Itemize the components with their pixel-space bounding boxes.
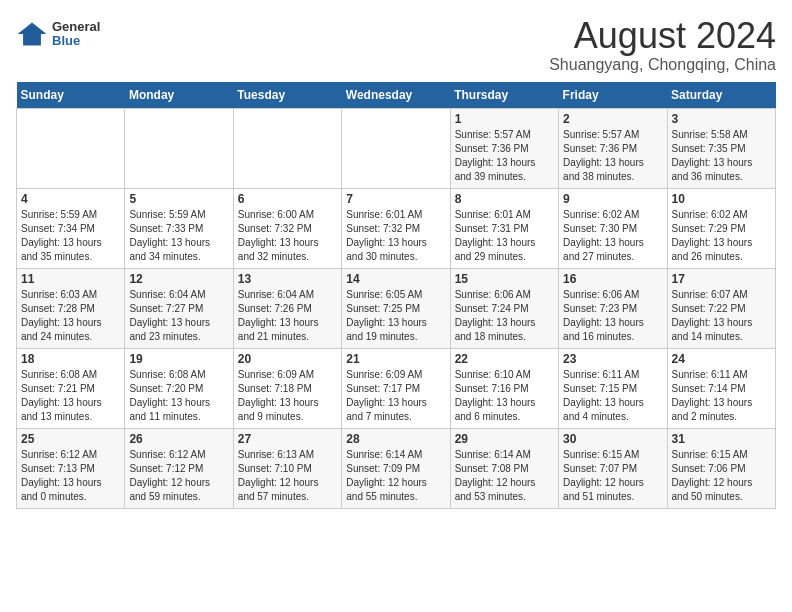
title-section: August 2024 Shuangyang, Chongqing, China: [549, 16, 776, 74]
day-number: 1: [455, 112, 554, 126]
day-number: 27: [238, 432, 337, 446]
day-info: Sunrise: 6:01 AM Sunset: 7:32 PM Dayligh…: [346, 208, 445, 264]
weekday-header: Saturday: [667, 82, 775, 109]
calendar-cell: 29Sunrise: 6:14 AM Sunset: 7:08 PM Dayli…: [450, 428, 558, 508]
calendar-week-row: 11Sunrise: 6:03 AM Sunset: 7:28 PM Dayli…: [17, 268, 776, 348]
day-number: 17: [672, 272, 771, 286]
day-number: 24: [672, 352, 771, 366]
weekday-header: Tuesday: [233, 82, 341, 109]
day-number: 20: [238, 352, 337, 366]
day-info: Sunrise: 6:02 AM Sunset: 7:29 PM Dayligh…: [672, 208, 771, 264]
day-info: Sunrise: 6:15 AM Sunset: 7:06 PM Dayligh…: [672, 448, 771, 504]
calendar-cell: 7Sunrise: 6:01 AM Sunset: 7:32 PM Daylig…: [342, 188, 450, 268]
weekday-header: Friday: [559, 82, 667, 109]
day-number: 18: [21, 352, 120, 366]
day-number: 21: [346, 352, 445, 366]
day-number: 30: [563, 432, 662, 446]
calendar-cell: 23Sunrise: 6:11 AM Sunset: 7:15 PM Dayli…: [559, 348, 667, 428]
day-info: Sunrise: 6:00 AM Sunset: 7:32 PM Dayligh…: [238, 208, 337, 264]
calendar-cell: 15Sunrise: 6:06 AM Sunset: 7:24 PM Dayli…: [450, 268, 558, 348]
day-number: 15: [455, 272, 554, 286]
calendar-cell: 1Sunrise: 5:57 AM Sunset: 7:36 PM Daylig…: [450, 108, 558, 188]
day-number: 9: [563, 192, 662, 206]
calendar-cell: 22Sunrise: 6:10 AM Sunset: 7:16 PM Dayli…: [450, 348, 558, 428]
day-info: Sunrise: 5:59 AM Sunset: 7:34 PM Dayligh…: [21, 208, 120, 264]
weekday-header-row: SundayMondayTuesdayWednesdayThursdayFrid…: [17, 82, 776, 109]
calendar-week-row: 25Sunrise: 6:12 AM Sunset: 7:13 PM Dayli…: [17, 428, 776, 508]
day-info: Sunrise: 6:14 AM Sunset: 7:08 PM Dayligh…: [455, 448, 554, 504]
day-info: Sunrise: 5:59 AM Sunset: 7:33 PM Dayligh…: [129, 208, 228, 264]
calendar-cell: 25Sunrise: 6:12 AM Sunset: 7:13 PM Dayli…: [17, 428, 125, 508]
calendar-cell: 28Sunrise: 6:14 AM Sunset: 7:09 PM Dayli…: [342, 428, 450, 508]
day-info: Sunrise: 6:05 AM Sunset: 7:25 PM Dayligh…: [346, 288, 445, 344]
month-title: August 2024: [549, 16, 776, 56]
day-number: 2: [563, 112, 662, 126]
calendar-cell: 8Sunrise: 6:01 AM Sunset: 7:31 PM Daylig…: [450, 188, 558, 268]
day-info: Sunrise: 6:12 AM Sunset: 7:13 PM Dayligh…: [21, 448, 120, 504]
calendar-cell: 21Sunrise: 6:09 AM Sunset: 7:17 PM Dayli…: [342, 348, 450, 428]
day-info: Sunrise: 6:08 AM Sunset: 7:21 PM Dayligh…: [21, 368, 120, 424]
calendar-cell: 4Sunrise: 5:59 AM Sunset: 7:34 PM Daylig…: [17, 188, 125, 268]
calendar-cell: 19Sunrise: 6:08 AM Sunset: 7:20 PM Dayli…: [125, 348, 233, 428]
day-number: 11: [21, 272, 120, 286]
calendar-table: SundayMondayTuesdayWednesdayThursdayFrid…: [16, 82, 776, 509]
day-number: 22: [455, 352, 554, 366]
logo-blue-text: Blue: [52, 34, 100, 48]
day-number: 4: [21, 192, 120, 206]
calendar-cell: 12Sunrise: 6:04 AM Sunset: 7:27 PM Dayli…: [125, 268, 233, 348]
day-info: Sunrise: 5:58 AM Sunset: 7:35 PM Dayligh…: [672, 128, 771, 184]
calendar-cell: 9Sunrise: 6:02 AM Sunset: 7:30 PM Daylig…: [559, 188, 667, 268]
calendar-cell: 18Sunrise: 6:08 AM Sunset: 7:21 PM Dayli…: [17, 348, 125, 428]
day-number: 16: [563, 272, 662, 286]
logo: General Blue: [16, 20, 100, 49]
day-number: 5: [129, 192, 228, 206]
calendar-cell: [17, 108, 125, 188]
calendar-cell: 30Sunrise: 6:15 AM Sunset: 7:07 PM Dayli…: [559, 428, 667, 508]
calendar-cell: 3Sunrise: 5:58 AM Sunset: 7:35 PM Daylig…: [667, 108, 775, 188]
day-info: Sunrise: 6:13 AM Sunset: 7:10 PM Dayligh…: [238, 448, 337, 504]
calendar-cell: [125, 108, 233, 188]
calendar-cell: 10Sunrise: 6:02 AM Sunset: 7:29 PM Dayli…: [667, 188, 775, 268]
day-info: Sunrise: 6:08 AM Sunset: 7:20 PM Dayligh…: [129, 368, 228, 424]
weekday-header: Monday: [125, 82, 233, 109]
day-info: Sunrise: 6:11 AM Sunset: 7:14 PM Dayligh…: [672, 368, 771, 424]
day-number: 8: [455, 192, 554, 206]
day-number: 26: [129, 432, 228, 446]
day-info: Sunrise: 6:09 AM Sunset: 7:18 PM Dayligh…: [238, 368, 337, 424]
day-number: 7: [346, 192, 445, 206]
day-number: 25: [21, 432, 120, 446]
logo-text: General Blue: [52, 20, 100, 49]
weekday-header: Thursday: [450, 82, 558, 109]
day-info: Sunrise: 6:03 AM Sunset: 7:28 PM Dayligh…: [21, 288, 120, 344]
logo-icon: [16, 20, 48, 48]
calendar-cell: 11Sunrise: 6:03 AM Sunset: 7:28 PM Dayli…: [17, 268, 125, 348]
day-info: Sunrise: 6:06 AM Sunset: 7:24 PM Dayligh…: [455, 288, 554, 344]
day-info: Sunrise: 6:04 AM Sunset: 7:27 PM Dayligh…: [129, 288, 228, 344]
day-info: Sunrise: 6:06 AM Sunset: 7:23 PM Dayligh…: [563, 288, 662, 344]
day-number: 3: [672, 112, 771, 126]
day-info: Sunrise: 6:09 AM Sunset: 7:17 PM Dayligh…: [346, 368, 445, 424]
calendar-cell: 5Sunrise: 5:59 AM Sunset: 7:33 PM Daylig…: [125, 188, 233, 268]
calendar-week-row: 4Sunrise: 5:59 AM Sunset: 7:34 PM Daylig…: [17, 188, 776, 268]
day-number: 10: [672, 192, 771, 206]
calendar-cell: 2Sunrise: 5:57 AM Sunset: 7:36 PM Daylig…: [559, 108, 667, 188]
calendar-cell: 6Sunrise: 6:00 AM Sunset: 7:32 PM Daylig…: [233, 188, 341, 268]
location-title: Shuangyang, Chongqing, China: [549, 56, 776, 74]
calendar-cell: 24Sunrise: 6:11 AM Sunset: 7:14 PM Dayli…: [667, 348, 775, 428]
calendar-cell: 17Sunrise: 6:07 AM Sunset: 7:22 PM Dayli…: [667, 268, 775, 348]
logo-general-text: General: [52, 20, 100, 34]
calendar-cell: 27Sunrise: 6:13 AM Sunset: 7:10 PM Dayli…: [233, 428, 341, 508]
day-info: Sunrise: 6:01 AM Sunset: 7:31 PM Dayligh…: [455, 208, 554, 264]
day-number: 23: [563, 352, 662, 366]
day-info: Sunrise: 6:10 AM Sunset: 7:16 PM Dayligh…: [455, 368, 554, 424]
day-info: Sunrise: 5:57 AM Sunset: 7:36 PM Dayligh…: [455, 128, 554, 184]
calendar-cell: [233, 108, 341, 188]
calendar-cell: [342, 108, 450, 188]
day-number: 31: [672, 432, 771, 446]
day-info: Sunrise: 6:04 AM Sunset: 7:26 PM Dayligh…: [238, 288, 337, 344]
day-info: Sunrise: 6:14 AM Sunset: 7:09 PM Dayligh…: [346, 448, 445, 504]
calendar-week-row: 1Sunrise: 5:57 AM Sunset: 7:36 PM Daylig…: [17, 108, 776, 188]
day-number: 29: [455, 432, 554, 446]
calendar-cell: 31Sunrise: 6:15 AM Sunset: 7:06 PM Dayli…: [667, 428, 775, 508]
day-info: Sunrise: 6:11 AM Sunset: 7:15 PM Dayligh…: [563, 368, 662, 424]
